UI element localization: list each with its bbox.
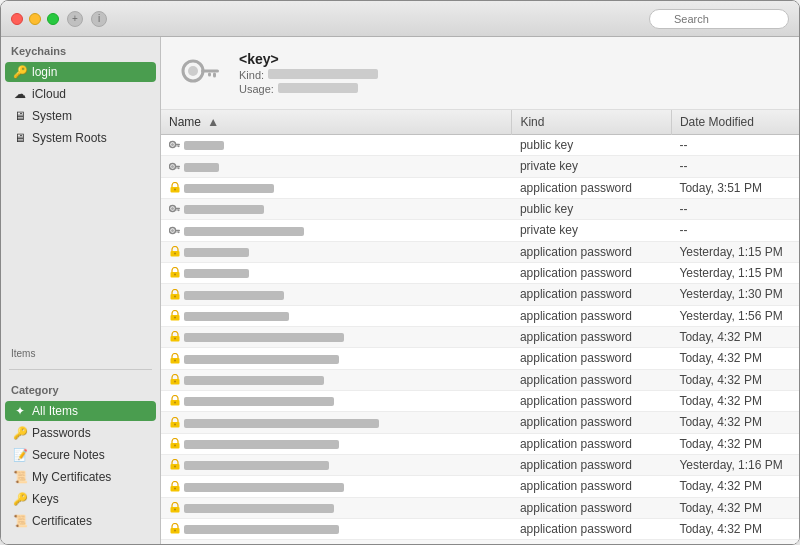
svg-point-44 bbox=[174, 423, 176, 425]
name-cell bbox=[161, 518, 512, 539]
svg-point-52 bbox=[174, 508, 176, 510]
kind-cell: application password bbox=[512, 454, 672, 475]
svg-rect-19 bbox=[175, 208, 180, 210]
table-row[interactable]: public key-- bbox=[161, 198, 799, 219]
svg-rect-26 bbox=[177, 231, 178, 233]
col-header-name[interactable]: Name ▲ bbox=[161, 110, 512, 135]
table-row[interactable]: application passwordToday, 4:32 PM bbox=[161, 412, 799, 433]
col-header-kind[interactable]: Kind bbox=[512, 110, 672, 135]
kind-cell: application password bbox=[512, 326, 672, 347]
lock-row-icon bbox=[169, 502, 180, 515]
lock-row-icon bbox=[169, 182, 180, 195]
col-header-date[interactable]: Date Modified bbox=[671, 110, 799, 135]
sidebar-item-my-certificates[interactable]: 📜 My Certificates bbox=[5, 467, 156, 487]
date-cell: -- bbox=[671, 220, 799, 241]
keychain-table: Name ▲ Kind Date Modified bbox=[161, 110, 799, 544]
date-cell: Today, 4:32 PM bbox=[671, 348, 799, 369]
sidebar-item-passwords[interactable]: 🔑 Passwords bbox=[5, 423, 156, 443]
add-button[interactable]: + bbox=[67, 11, 83, 27]
svg-point-1 bbox=[188, 66, 198, 76]
svg-point-46 bbox=[174, 444, 176, 446]
name-cell bbox=[161, 262, 512, 283]
maximize-button[interactable] bbox=[47, 13, 59, 25]
date-cell: -- bbox=[671, 135, 799, 156]
lock-row-icon bbox=[169, 395, 180, 408]
sidebar-item-certificates[interactable]: 📜 Certificates bbox=[5, 511, 156, 531]
sidebar-item-label: System Roots bbox=[32, 131, 107, 145]
table-row[interactable]: application passwordToday, 4:32 PM bbox=[161, 476, 799, 497]
table-row[interactable]: application passwordToday, 4:32 PM bbox=[161, 326, 799, 347]
table-row[interactable]: application passwordToday, 4:32 PM bbox=[161, 433, 799, 454]
sidebar-item-icloud[interactable]: ☁ iCloud bbox=[5, 84, 156, 104]
name-cell bbox=[161, 284, 512, 305]
table-row[interactable]: public key-- bbox=[161, 135, 799, 156]
sidebar-item-all-items[interactable]: ✦ All Items bbox=[5, 401, 156, 421]
kind-cell: application password bbox=[512, 540, 672, 544]
sidebar-item-label: All Items bbox=[32, 404, 78, 418]
blurred-name bbox=[184, 333, 344, 342]
table-row[interactable]: application passwordYesterday, 1:56 PM bbox=[161, 305, 799, 326]
table-row[interactable]: application passwordToday, 4:32 PM bbox=[161, 518, 799, 539]
key-title: <key> bbox=[239, 51, 378, 67]
lock-row-icon bbox=[169, 459, 180, 472]
table-row[interactable]: application passwordToday, 4:24 PM bbox=[161, 540, 799, 544]
blurred-name bbox=[184, 419, 379, 428]
svg-rect-24 bbox=[175, 229, 180, 231]
kind-cell: application password bbox=[512, 241, 672, 262]
key-kind: Kind: bbox=[239, 69, 378, 81]
kind-cell: application password bbox=[512, 369, 672, 390]
date-cell: Today, 4:32 PM bbox=[671, 369, 799, 390]
key-row-icon bbox=[169, 225, 180, 238]
name-cell bbox=[161, 241, 512, 262]
sidebar-item-secure-notes[interactable]: 📝 Secure Notes bbox=[5, 445, 156, 465]
keychains-header: Keychains bbox=[1, 37, 160, 61]
name-cell bbox=[161, 497, 512, 518]
date-cell: -- bbox=[671, 198, 799, 219]
key-usage: Usage: bbox=[239, 83, 378, 95]
info-button[interactable]: i bbox=[91, 11, 107, 27]
table-row[interactable]: application passwordYesterday, 1:15 PM bbox=[161, 241, 799, 262]
sidebar-item-system-roots[interactable]: 🖥 System Roots bbox=[5, 128, 156, 148]
table-row[interactable]: private key-- bbox=[161, 156, 799, 177]
lock-row-icon bbox=[169, 353, 180, 366]
system-icon: 🖥 bbox=[13, 109, 27, 123]
kind-cell: application password bbox=[512, 348, 672, 369]
date-cell: Today, 4:32 PM bbox=[671, 412, 799, 433]
table-row[interactable]: application passwordYesterday, 1:15 PM bbox=[161, 262, 799, 283]
svg-point-48 bbox=[174, 466, 176, 468]
svg-rect-13 bbox=[178, 167, 180, 169]
date-cell: Yesterday, 1:15 PM bbox=[671, 241, 799, 262]
table-row[interactable]: application passwordToday, 4:32 PM bbox=[161, 348, 799, 369]
name-cell bbox=[161, 454, 512, 475]
sidebar-item-system[interactable]: 🖥 System bbox=[5, 106, 156, 126]
lock-row-icon bbox=[169, 246, 180, 259]
svg-point-40 bbox=[174, 380, 176, 382]
date-cell: Today, 4:32 PM bbox=[671, 433, 799, 454]
key-row-icon bbox=[169, 139, 180, 152]
date-cell: Today, 4:32 PM bbox=[671, 518, 799, 539]
lock-row-icon bbox=[169, 438, 180, 451]
blurred-name bbox=[184, 504, 334, 513]
minimize-button[interactable] bbox=[29, 13, 41, 25]
system-roots-icon: 🖥 bbox=[13, 131, 27, 145]
table-row[interactable]: application passwordToday, 4:32 PM bbox=[161, 497, 799, 518]
sidebar-item-login[interactable]: 🔑 login bbox=[5, 62, 156, 82]
sidebar-item-keys[interactable]: 🔑 Keys bbox=[5, 489, 156, 509]
sidebar-spacer bbox=[1, 149, 160, 344]
titlebar-actions: + i bbox=[67, 11, 107, 27]
table-row[interactable]: application passwordYesterday, 1:16 PM bbox=[161, 454, 799, 475]
kind-cell: application password bbox=[512, 390, 672, 411]
search-input[interactable] bbox=[649, 9, 789, 29]
date-cell: Today, 4:32 PM bbox=[671, 390, 799, 411]
table-row[interactable]: application passwordToday, 4:32 PM bbox=[161, 369, 799, 390]
name-cell bbox=[161, 198, 512, 219]
icloud-icon: ☁ bbox=[13, 87, 27, 101]
name-cell bbox=[161, 369, 512, 390]
table-row[interactable]: private key-- bbox=[161, 220, 799, 241]
table-row[interactable]: application passwordYesterday, 1:30 PM bbox=[161, 284, 799, 305]
svg-rect-9 bbox=[177, 146, 178, 148]
close-button[interactable] bbox=[11, 13, 23, 25]
titlebar: + i ⌕ bbox=[1, 1, 799, 37]
table-row[interactable]: application passwordToday, 4:32 PM bbox=[161, 390, 799, 411]
table-row[interactable]: application passwordToday, 3:51 PM bbox=[161, 177, 799, 198]
